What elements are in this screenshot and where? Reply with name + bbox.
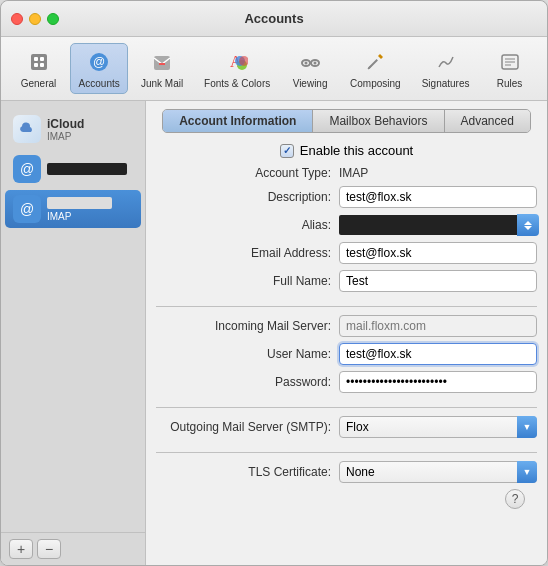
window-title: Accounts: [244, 11, 303, 26]
account-type-icloud: IMAP: [47, 131, 133, 142]
toolbar-item-composing[interactable]: Composing: [342, 43, 410, 94]
sidebar: iCloud IMAP @ @ IMAP: [1, 101, 146, 565]
enable-row: ✓ Enable this account: [156, 143, 537, 158]
form-row-smtp: Outgoing Mail Server (SMTP): Flox ▼: [156, 416, 537, 438]
form-row-tls: TLS Certificate: None ▼: [156, 461, 537, 483]
tls-select-wrap: None ▼: [339, 461, 537, 483]
account-name-3: [47, 197, 133, 211]
svg-line-20: [368, 66, 371, 69]
toolbar-label-accounts: Accounts: [79, 78, 120, 89]
email-icon-2: @: [13, 155, 41, 183]
toolbar-item-signatures[interactable]: Signatures: [413, 43, 478, 94]
toolbar-label-general: General: [21, 78, 57, 89]
label-incoming-server: Incoming Mail Server:: [156, 319, 331, 333]
svg-marker-19: [378, 54, 383, 59]
tab-advanced[interactable]: Advanced: [445, 110, 530, 132]
smtp-select-wrap: Flox ▼: [339, 416, 537, 438]
form-row-description: Description:: [156, 186, 537, 208]
junk-mail-icon: [148, 48, 176, 76]
help-button[interactable]: ?: [505, 489, 525, 509]
tab-mailbox-behaviors[interactable]: Mailbox Behaviors: [313, 110, 444, 132]
svg-text:@: @: [93, 55, 105, 69]
accounts-icon: @: [85, 48, 113, 76]
input-email[interactable]: [339, 242, 537, 264]
composing-icon: [361, 48, 389, 76]
account-info-3: IMAP: [47, 197, 133, 222]
sidebar-footer: + −: [1, 532, 145, 565]
toolbar-item-fonts-colors[interactable]: A Fonts & Colors: [196, 43, 279, 94]
separator: [156, 306, 537, 307]
form-row-incoming-server: Incoming Mail Server:: [156, 315, 537, 337]
account-type-3: IMAP: [47, 211, 133, 222]
toolbar-label-composing: Composing: [350, 78, 401, 89]
svg-rect-4: [40, 63, 44, 67]
form-row-account-type: Account Type: IMAP: [156, 166, 537, 180]
alias-select-arrow[interactable]: [517, 214, 539, 236]
account-info-2: [47, 163, 133, 175]
label-email: Email Address:: [156, 246, 331, 260]
label-account-type: Account Type:: [156, 166, 331, 180]
signatures-icon: [432, 48, 460, 76]
title-bar: Accounts: [1, 1, 547, 37]
minimize-button[interactable]: [29, 13, 41, 25]
svg-point-16: [314, 62, 317, 65]
maximize-button[interactable]: [47, 13, 59, 25]
label-description: Description:: [156, 190, 331, 204]
input-incoming-server[interactable]: [339, 315, 537, 337]
input-username[interactable]: [339, 343, 537, 365]
toolbar-label-signatures: Signatures: [422, 78, 470, 89]
toolbar-label-fonts-colors: Fonts & Colors: [204, 78, 270, 89]
main-panel: Account Information Mailbox Behaviors Ad…: [146, 101, 547, 565]
viewing-icon: [296, 48, 324, 76]
label-alias: Alias:: [156, 218, 331, 232]
value-account-type: IMAP: [339, 166, 368, 180]
svg-rect-1: [34, 57, 38, 61]
input-password[interactable]: [339, 371, 537, 393]
tab-bar: Account Information Mailbox Behaviors Ad…: [162, 109, 531, 133]
separator-2: [156, 407, 537, 408]
input-description[interactable]: [339, 186, 537, 208]
label-fullname: Full Name:: [156, 274, 331, 288]
toolbar: General @ Accounts Junk Mail A Fonts & C…: [1, 37, 547, 101]
fonts-colors-icon: A: [223, 48, 251, 76]
toolbar-label-junk-mail: Junk Mail: [141, 78, 183, 89]
svg-rect-0: [31, 54, 47, 70]
svg-point-14: [305, 62, 308, 65]
remove-account-button[interactable]: −: [37, 539, 61, 559]
svg-rect-2: [40, 57, 44, 61]
label-tls: TLS Certificate:: [156, 465, 331, 479]
form-row-fullname: Full Name:: [156, 270, 537, 292]
enable-checkbox[interactable]: ✓: [280, 144, 294, 158]
close-button[interactable]: [11, 13, 23, 25]
icloud-icon: [13, 115, 41, 143]
add-account-button[interactable]: +: [9, 539, 33, 559]
email-icon-3: @: [13, 195, 41, 223]
label-smtp: Outgoing Mail Server (SMTP):: [156, 420, 331, 434]
form-row-password: Password:: [156, 371, 537, 393]
toolbar-label-rules: Rules: [497, 78, 523, 89]
rules-icon: [496, 48, 524, 76]
toolbar-item-rules[interactable]: Rules: [482, 43, 537, 94]
alias-redacted: [339, 215, 517, 235]
toolbar-item-viewing[interactable]: Viewing: [283, 43, 338, 94]
form-row-email: Email Address:: [156, 242, 537, 264]
svg-rect-3: [34, 63, 38, 67]
smtp-select[interactable]: Flox: [339, 416, 537, 438]
input-fullname[interactable]: [339, 270, 537, 292]
toolbar-item-junk-mail[interactable]: Junk Mail: [132, 43, 191, 94]
form-row-username: User Name:: [156, 343, 537, 365]
toolbar-item-general[interactable]: General: [11, 43, 66, 94]
toolbar-item-accounts[interactable]: @ Accounts: [70, 43, 128, 94]
label-username: User Name:: [156, 347, 331, 361]
arrow-down: [524, 226, 532, 230]
arrow-up: [524, 221, 532, 225]
tls-select[interactable]: None: [339, 461, 537, 483]
sidebar-account-2[interactable]: @: [5, 150, 141, 188]
account-name-icloud: iCloud: [47, 117, 133, 131]
sidebar-account-icloud[interactable]: iCloud IMAP: [5, 110, 141, 148]
toolbar-label-viewing: Viewing: [293, 78, 328, 89]
window: Accounts General @ Accounts Junk Mail A …: [0, 0, 548, 566]
content-area: iCloud IMAP @ @ IMAP: [1, 101, 547, 565]
sidebar-account-3[interactable]: @ IMAP: [5, 190, 141, 228]
tab-account-information[interactable]: Account Information: [163, 110, 313, 132]
